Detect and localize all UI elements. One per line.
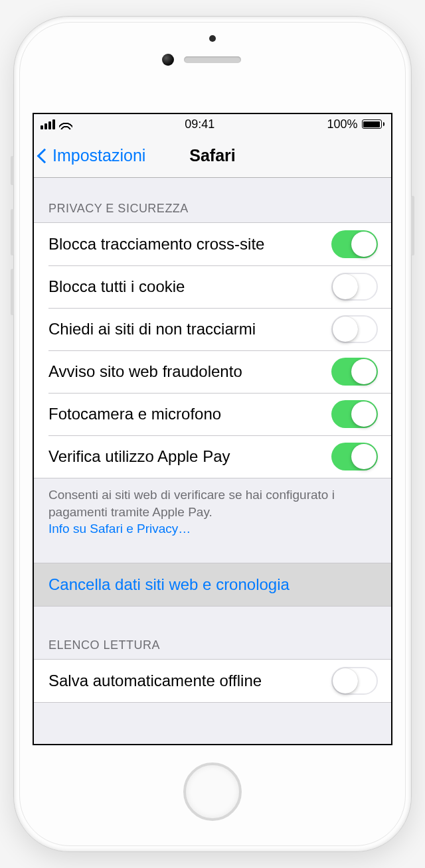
front-camera [162,54,174,66]
row-camera-microphone[interactable]: Fotocamera e microfono [34,393,391,435]
toggle-camera-microphone[interactable] [331,400,378,428]
status-bar: 09:41 100% [34,114,391,134]
toggle-cross-site-tracking[interactable] [331,230,378,258]
row-label: Avviso sito web fraudolento [48,362,242,381]
mute-switch [11,156,14,185]
screen: 09:41 100% Impostazioni Safari PRIVACY E… [33,113,392,745]
row-save-offline[interactable]: Salva automaticamente offline [34,660,391,702]
toggle-block-cookies[interactable] [331,273,378,301]
section-header-reading-list: ELENCO LETTURA [34,607,391,659]
back-button[interactable]: Impostazioni [34,146,145,165]
chevron-left-icon [37,148,52,163]
device-top-sensors [14,56,411,63]
row-apple-pay-check[interactable]: Verifica utilizzo Apple Pay [34,435,391,478]
row-label: Blocca tutti i cookie [48,277,185,296]
row-cross-site-tracking[interactable]: Blocca tracciamento cross-site [34,223,391,265]
section-header-privacy: PRIVACY E SICUREZZA [34,178,391,222]
privacy-footer-link[interactable]: Info su Safari e Privacy… [48,522,191,536]
back-button-label: Impostazioni [52,146,145,165]
row-do-not-track[interactable]: Chiedi ai siti di non tracciarmi [34,308,391,350]
navigation-bar: Impostazioni Safari [34,134,391,178]
wifi-icon [59,119,72,129]
privacy-group: Blocca tracciamento cross-site Blocca tu… [34,222,391,478]
earpiece-speaker [184,56,241,63]
row-label: Verifica utilizzo Apple Pay [48,447,230,466]
home-button[interactable] [183,762,242,821]
toggle-do-not-track[interactable] [331,315,378,343]
row-label: Blocca tracciamento cross-site [48,235,264,253]
toggle-apple-pay-check[interactable] [331,443,378,470]
row-label: Salva automaticamente offline [48,672,262,690]
proximity-sensor [209,35,216,42]
battery-percent: 100% [327,117,357,131]
battery-icon [362,119,385,129]
row-label: Cancella dati siti web e cronologia [48,575,290,594]
status-time: 09:41 [185,117,214,131]
row-fraud-warning[interactable]: Avviso sito web fraudolento [34,350,391,393]
cellular-signal-icon [41,119,55,129]
toggle-save-offline[interactable] [331,667,378,695]
row-clear-history[interactable]: Cancella dati siti web e cronologia [34,563,391,606]
privacy-footer: Consenti ai siti web di verificare se ha… [34,478,391,543]
row-block-cookies[interactable]: Blocca tutti i cookie [34,265,391,308]
reading-list-group: Salva automaticamente offline [34,659,391,703]
iphone-device-frame: 09:41 100% Impostazioni Safari PRIVACY E… [13,16,412,852]
volume-up-button [11,209,14,255]
power-button [411,196,414,255]
row-label: Chiedi ai siti di non tracciarmi [48,320,256,338]
volume-down-button [11,269,14,315]
settings-content[interactable]: PRIVACY E SICUREZZA Blocca tracciamento … [34,178,391,744]
privacy-footer-text: Consenti ai siti web di verificare se ha… [48,488,335,519]
toggle-fraud-warning[interactable] [331,358,378,386]
clear-group: Cancella dati siti web e cronologia [34,563,391,607]
row-label: Fotocamera e microfono [48,405,221,423]
